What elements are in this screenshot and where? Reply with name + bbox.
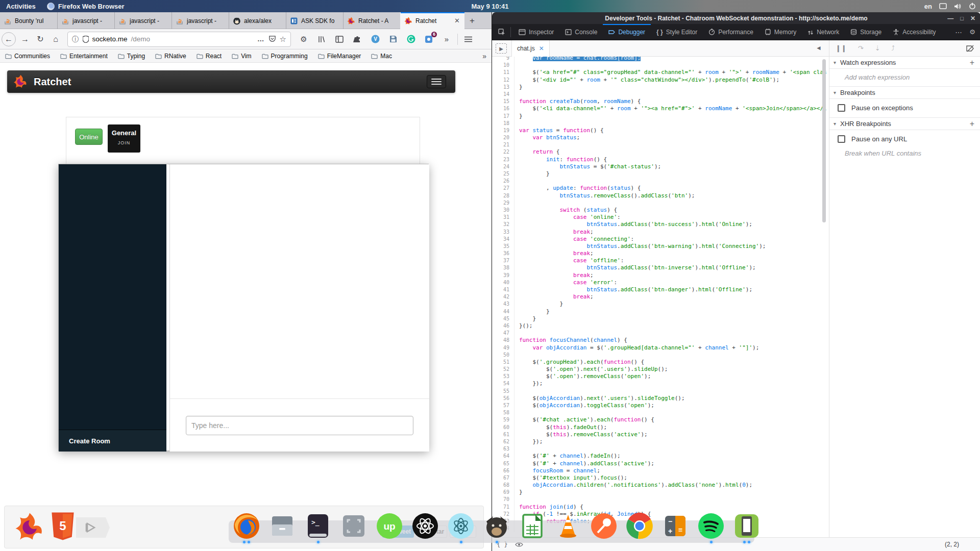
line-number[interactable]: 40	[492, 279, 514, 286]
line-number[interactable]: 49	[492, 344, 514, 352]
line-number[interactable]: 64	[492, 453, 514, 460]
code-line-64[interactable]: 64 $('#' + channel).fadeIn();	[492, 453, 826, 460]
code-line-46[interactable]: 46}();	[492, 322, 826, 330]
code-line-63[interactable]: 63	[492, 445, 826, 453]
line-number[interactable]: 20	[492, 134, 514, 141]
code-line-65[interactable]: 65 $('#' + channel).addClass('active');	[492, 460, 826, 467]
keyboard-layout-indicator[interactable]: en	[924, 3, 932, 10]
code-line-57[interactable]: 57 $(objAccordian).toggleClass('open');	[492, 402, 826, 409]
code-line-48[interactable]: 48function focusChannel(channel) {	[492, 337, 826, 344]
pick-element-icon[interactable]	[492, 24, 510, 40]
line-number[interactable]: 32	[492, 221, 514, 228]
dock-item-boxes[interactable]	[340, 512, 368, 544]
line-number[interactable]: 11	[492, 69, 514, 76]
code-line-21[interactable]: 21	[492, 141, 826, 148]
bookmark-mac[interactable]: Mac	[371, 53, 392, 60]
dock-item-phone[interactable]	[733, 512, 761, 544]
line-number[interactable]: 71	[492, 504, 514, 511]
code-line-56[interactable]: 56 $(objAccordian).next('.users').slideT…	[492, 395, 826, 402]
code-line-62[interactable]: 62 });	[492, 438, 826, 445]
deactivate-breakpoints-icon[interactable]	[966, 45, 974, 52]
code-line-30[interactable]: 30 switch (status) {	[492, 207, 826, 214]
dock-item-animal-face[interactable]	[483, 512, 510, 544]
code-line-39[interactable]: 39 break;	[492, 272, 826, 279]
line-number[interactable]: 18	[492, 120, 514, 127]
site-menu-toggle[interactable]	[427, 75, 446, 88]
grammarly-icon[interactable]	[405, 34, 416, 45]
pause-on-exceptions-checkbox[interactable]	[838, 104, 845, 112]
devtools-tab-inspector[interactable]: Inspector	[513, 24, 559, 40]
code-line-53[interactable]: 53 $('.open').removeClass('open');	[492, 373, 826, 380]
bookmark-star-icon[interactable]: ☆	[280, 35, 286, 44]
forward-button[interactable]: →	[17, 32, 33, 47]
line-number[interactable]: 24	[492, 163, 514, 170]
bookmark-rnative[interactable]: RNative	[155, 53, 186, 60]
line-number[interactable]: 30	[492, 207, 514, 214]
code-line-60[interactable]: 60 $(this).fadeOut();	[492, 424, 826, 431]
code-line-71[interactable]: 71function join(id) {	[492, 504, 826, 511]
code-line-52[interactable]: 52 $('.open').next('.users').slideUp();	[492, 366, 826, 373]
minimize-icon[interactable]: —	[947, 15, 953, 22]
clock[interactable]: May 9 10:41	[0, 3, 980, 10]
message-input[interactable]: Type here...	[186, 416, 413, 435]
line-number[interactable]: 41	[492, 286, 514, 293]
extensions-puzzle-icon[interactable]	[352, 34, 363, 45]
code-line-14[interactable]: 14	[492, 91, 826, 98]
line-number[interactable]: 33	[492, 229, 514, 236]
new-tab-button[interactable]: +	[464, 12, 480, 29]
code-line-43[interactable]: 43 }	[492, 300, 826, 308]
line-number[interactable]: 31	[492, 214, 514, 221]
add-watch-placeholder[interactable]: Add watch expression	[829, 69, 980, 86]
line-number[interactable]: 45	[492, 315, 514, 322]
source-tab-close-icon[interactable]: ✕	[539, 45, 544, 52]
source-tab-chatjs[interactable]: chat.js✕	[511, 40, 550, 57]
line-number[interactable]: 57	[492, 402, 514, 409]
step-over-icon[interactable]: ↷	[858, 44, 864, 52]
devtools-tab-accessibility[interactable]: Accessibility	[887, 24, 941, 40]
code-line-42[interactable]: 42 break;	[492, 293, 826, 300]
close-icon[interactable]: ✕	[970, 15, 975, 22]
code-line-19[interactable]: 19var status = function() {	[492, 127, 826, 134]
code-line-55[interactable]: 55	[492, 388, 826, 395]
bookmark-react[interactable]: React	[197, 53, 222, 60]
sidebar-icon[interactable]	[334, 34, 345, 45]
browser-tab-7[interactable]: Ratchet - A	[343, 12, 400, 29]
code-line-67[interactable]: 67 $('#textbox input').focus();	[492, 474, 826, 482]
code-line-59[interactable]: 59 $('#chat .active').each(function() {	[492, 416, 826, 423]
line-number[interactable]: 19	[492, 127, 514, 134]
line-number[interactable]: 21	[492, 141, 514, 148]
line-number[interactable]: 54	[492, 380, 514, 387]
site-brand[interactable]: Ratchet	[34, 76, 71, 88]
maximize-icon[interactable]: □	[960, 15, 964, 21]
code-line-47[interactable]: 47	[492, 330, 826, 337]
line-number[interactable]: 27	[492, 185, 514, 192]
line-number[interactable]: 66	[492, 467, 514, 474]
code-line-50[interactable]: 50	[492, 352, 826, 359]
devtools-tab-console[interactable]: Console	[559, 24, 603, 40]
code-line-49[interactable]: 49 var objAccordian = $('.groupHead[data…	[492, 344, 826, 352]
home-button[interactable]: ⌂	[48, 32, 63, 47]
line-number[interactable]: 51	[492, 359, 514, 366]
line-number[interactable]: 35	[492, 243, 514, 250]
line-number[interactable]: 17	[492, 113, 514, 120]
line-number[interactable]: 58	[492, 409, 514, 416]
dock-item-terminal[interactable]: >_	[304, 512, 332, 544]
pause-on-any-url-checkbox[interactable]	[838, 135, 845, 143]
browser-tab-8[interactable]: Ratchet✕	[400, 12, 464, 29]
code-line-69[interactable]: 69}	[492, 489, 826, 496]
line-number[interactable]: 43	[492, 300, 514, 308]
line-number[interactable]: 53	[492, 373, 514, 380]
code-line-20[interactable]: 20 var btnStatus;	[492, 134, 826, 141]
dock-item-vlc[interactable]	[554, 512, 582, 544]
volume-icon[interactable]	[954, 3, 962, 10]
code-line-9[interactable]: 9 var roomName = chat.rooms[room];	[492, 57, 826, 62]
devtools-tab-performance[interactable]: Performance	[703, 24, 759, 40]
room-tab-general[interactable]: General JOIN	[108, 124, 140, 153]
line-number[interactable]: 38	[492, 264, 514, 271]
pause-icon[interactable]: ❙❙	[836, 44, 847, 52]
browser-tab-4[interactable]: javascript -	[172, 12, 229, 29]
code-line-26[interactable]: 26	[492, 178, 826, 185]
line-number[interactable]: 26	[492, 178, 514, 185]
overflow-chevrons-icon[interactable]: »	[441, 34, 452, 45]
code-line-15[interactable]: 15function createTab(room, roomName) {	[492, 98, 826, 105]
